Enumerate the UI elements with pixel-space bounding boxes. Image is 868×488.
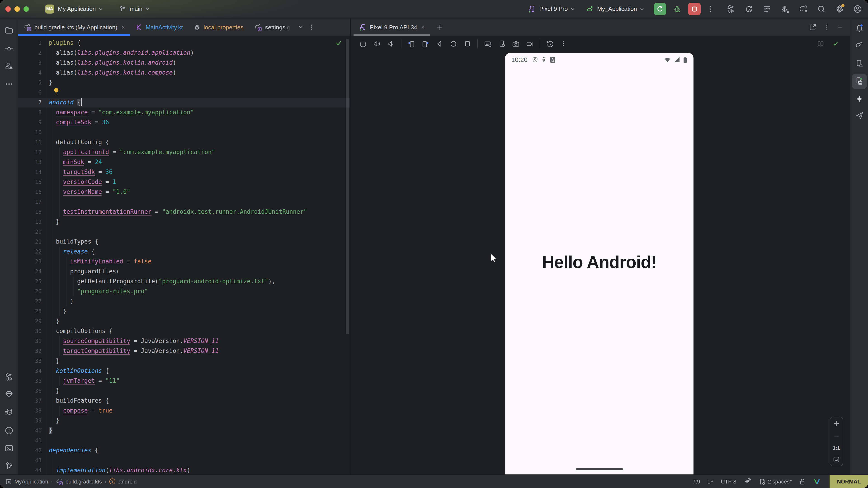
volume-up-icon[interactable] <box>373 39 381 48</box>
rerun-button[interactable] <box>654 2 666 15</box>
code-line[interactable]: 1plugins { <box>18 38 350 48</box>
rotate-right-icon[interactable] <box>421 39 430 48</box>
home-button-icon[interactable] <box>450 39 458 48</box>
settings-gear-icon[interactable] <box>835 4 844 14</box>
more-actions-kebab-icon[interactable] <box>707 5 714 12</box>
code-line[interactable]: 39 } <box>18 416 350 426</box>
code-line[interactable]: 16 versionName = "1.0" <box>18 187 350 197</box>
attach-debugger-icon[interactable] <box>780 4 790 14</box>
ideavim-icon[interactable] <box>813 478 821 485</box>
back-button-icon[interactable] <box>435 39 443 48</box>
zoom-fit-icon[interactable] <box>833 456 840 463</box>
code-line[interactable]: 10 <box>18 127 350 137</box>
device-manager-icon[interactable] <box>854 58 865 69</box>
notifications-bell-icon[interactable] <box>854 23 865 33</box>
minimize-window-button[interactable] <box>14 6 20 11</box>
maximize-window-button[interactable] <box>24 6 29 11</box>
code-line[interactable]: 3 alias(libs.plugins.kotlin.android) <box>18 58 350 68</box>
device-screen[interactable]: 10:20 A Hello Android! <box>505 53 693 475</box>
code-line[interactable]: 18 testInstrumentationRunner = "androidx… <box>18 207 350 217</box>
tab-options-kebab-icon[interactable] <box>308 19 315 36</box>
gradle-elephant-icon[interactable] <box>854 40 865 51</box>
tab-settings-gradle[interactable]: settings.g <box>249 19 296 36</box>
code-line[interactable]: 36 } <box>18 386 350 396</box>
run-configuration-selector[interactable]: My_Application <box>585 5 645 13</box>
version-control-icon[interactable] <box>4 460 14 471</box>
screenshot-camera-icon[interactable] <box>512 39 520 48</box>
close-window-button[interactable] <box>5 6 11 11</box>
ai-assistant-disabled-icon[interactable] <box>743 478 751 485</box>
apply-code-changes-icon[interactable] <box>762 4 772 14</box>
code-line[interactable]: 25 getDefaultProguardFile("proguard-andr… <box>18 276 350 287</box>
code-line[interactable]: 22 release { <box>18 247 350 257</box>
tabs-dropdown-chevron-icon[interactable] <box>298 19 304 36</box>
line-separator-widget[interactable]: LF <box>707 478 714 485</box>
code-line[interactable]: 7android { <box>18 98 350 107</box>
code-editor[interactable]: 1plugins {2 alias(libs.plugins.android.a… <box>18 36 350 475</box>
code-line[interactable]: 15 versionCode = 1 <box>18 177 350 187</box>
more-tool-windows-icon[interactable] <box>4 78 14 90</box>
code-line[interactable]: 27 ) <box>18 296 350 306</box>
rotate-left-icon[interactable] <box>407 39 415 48</box>
code-line[interactable]: 19 } <box>18 217 350 227</box>
profiler-cat-icon[interactable] <box>4 407 14 418</box>
profile-avatar-icon[interactable] <box>852 4 863 14</box>
device-selector[interactable]: Pixel 9 Pro <box>528 5 576 13</box>
app-quality-insights-icon[interactable] <box>4 389 14 400</box>
code-line[interactable]: 4 alias(libs.plugins.kotlin.compose) <box>18 68 350 78</box>
project-folder-icon[interactable] <box>4 25 14 36</box>
code-line[interactable]: 5} <box>18 78 350 88</box>
code-line[interactable]: 30 compileOptions { <box>18 326 350 336</box>
panel-options-kebab-icon[interactable] <box>824 24 830 30</box>
close-tab-icon[interactable]: × <box>421 24 425 31</box>
zoom-in-icon[interactable] <box>833 420 840 427</box>
code-line[interactable]: 34 kotlinOptions { <box>18 366 350 376</box>
code-line[interactable]: 8 namespace = "com.example.myapplication… <box>18 107 350 118</box>
tab-main-activity[interactable]: MainActivity.kt <box>130 19 188 36</box>
hardware-input-icon[interactable] <box>484 39 492 48</box>
code-line[interactable]: 17 <box>18 197 350 207</box>
code-line[interactable]: 14 targetSdk = 36 <box>18 167 350 177</box>
editor-scrollbar[interactable] <box>346 39 349 334</box>
intention-lightbulb-icon[interactable] <box>53 87 60 97</box>
tab-local-properties[interactable]: local.properties <box>188 19 249 36</box>
code-line[interactable]: 13 minSdk = 24 <box>18 157 350 167</box>
gradle-sync-icon[interactable] <box>798 4 808 14</box>
code-line[interactable]: 21 buildTypes { <box>18 237 350 247</box>
code-line[interactable]: 9 compileSdk = 36 <box>18 118 350 127</box>
overview-button-icon[interactable] <box>463 39 471 48</box>
debug-bug-icon[interactable] <box>673 4 682 13</box>
vcs-branch-widget[interactable]: main <box>119 5 150 12</box>
zoom-actual-size-button[interactable]: 1:1 <box>833 445 840 451</box>
code-line[interactable]: 28 } <box>18 306 350 316</box>
breadcrumb-project[interactable]: MyApplication <box>14 478 48 485</box>
tab-running-device[interactable]: Pixel 9 Pro API 34 × <box>353 19 430 36</box>
code-line[interactable]: 43 <box>18 455 350 465</box>
open-in-new-window-icon[interactable] <box>809 24 816 31</box>
reset-device-icon[interactable] <box>546 39 554 48</box>
code-line[interactable]: 32 targetCompatibility = JavaVersion.VER… <box>18 346 350 356</box>
close-tab-icon[interactable]: × <box>121 24 125 31</box>
screen-record-icon[interactable] <box>526 39 534 48</box>
problems-icon[interactable] <box>4 425 14 436</box>
code-line[interactable]: 44 implementation(libs.androidx.core.ktx… <box>18 465 350 475</box>
build-hammer-icon[interactable] <box>726 4 736 14</box>
breadcrumb-file[interactable]: build.gradle.kts <box>65 478 102 485</box>
search-everywhere-icon[interactable] <box>816 4 827 14</box>
breadcrumb-node[interactable]: android <box>119 478 137 485</box>
device-more-kebab-icon[interactable] <box>560 40 566 47</box>
hide-panel-minus-icon[interactable] <box>837 24 844 30</box>
commit-icon[interactable] <box>4 43 14 54</box>
layout-columns-icon[interactable] <box>817 40 824 47</box>
power-icon[interactable] <box>359 39 367 48</box>
code-line[interactable]: 33 } <box>18 356 350 366</box>
code-line[interactable]: 2 alias(libs.plugins.android.application… <box>18 48 350 58</box>
code-line[interactable]: 42dependencies { <box>18 446 350 455</box>
code-line[interactable]: 37 buildFeatures { <box>18 396 350 406</box>
code-line[interactable]: 26 "proguard-rules.pro" <box>18 287 350 296</box>
new-device-tab-plus-icon[interactable] <box>436 24 443 31</box>
code-line[interactable]: 12 applicationId = "com.example.myapplic… <box>18 147 350 157</box>
code-line[interactable]: 23 isMinifyEnabled = false <box>18 257 350 267</box>
code-line[interactable]: 24 proguardFiles( <box>18 267 350 276</box>
indent-widget[interactable]: 2 spaces* <box>768 478 792 485</box>
